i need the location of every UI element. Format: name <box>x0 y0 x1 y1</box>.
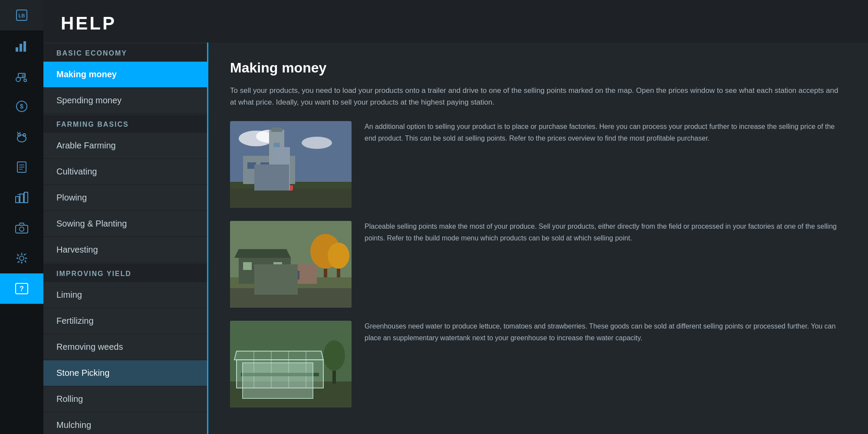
image-greenhouse <box>230 321 352 408</box>
svg-point-13 <box>18 134 20 136</box>
svg-rect-43 <box>273 154 280 162</box>
menu-item-sowing-planting[interactable]: Sowing & Planting <box>43 211 207 237</box>
menu-item-stone-picking[interactable]: Stone Picking <box>43 360 207 386</box>
main-area: HELP BASIC ECONOMY Making money Spending… <box>43 0 868 434</box>
svg-rect-22 <box>20 194 23 203</box>
help-header: HELP <box>43 0 868 43</box>
svg-rect-39 <box>271 128 282 132</box>
svg-rect-40 <box>247 162 256 169</box>
left-panel: BASIC ECONOMY Making money Spending mone… <box>43 43 208 434</box>
sidebar-item-tractor[interactable] <box>0 61 43 91</box>
svg-rect-56 <box>273 262 282 270</box>
svg-rect-41 <box>260 162 269 169</box>
section-basic-economy: BASIC ECONOMY <box>43 43 207 62</box>
sidebar-item-settings[interactable] <box>0 243 43 273</box>
sidebar-item-profile[interactable]: LB <box>0 0 43 30</box>
content-text-factory: An additional option to selling your pro… <box>365 121 846 144</box>
menu-item-liming[interactable]: Liming <box>43 282 207 308</box>
svg-rect-2 <box>16 47 18 52</box>
svg-rect-54 <box>256 269 269 284</box>
svg-rect-27 <box>16 225 28 233</box>
svg-marker-53 <box>234 249 291 258</box>
svg-rect-61 <box>230 381 352 408</box>
svg-rect-58 <box>293 271 299 279</box>
svg-rect-45 <box>282 185 293 191</box>
svg-point-29 <box>20 256 24 260</box>
sidebar: LB $ <box>0 0 43 434</box>
economy-icon: $ <box>14 99 30 114</box>
svg-rect-38 <box>269 130 284 169</box>
content-text-farm: Placeable selling points make the most o… <box>365 221 846 244</box>
menu-item-making-money[interactable]: Making money <box>43 62 207 88</box>
content-intro: To sell your products, you need to load … <box>230 85 846 108</box>
content-block-farm: Placeable selling points make the most o… <box>230 221 846 308</box>
page-title: HELP <box>61 13 851 34</box>
svg-point-14 <box>23 134 26 136</box>
camera-icon <box>14 220 30 236</box>
tractor-icon <box>14 68 30 84</box>
sidebar-item-stats[interactable] <box>0 30 43 61</box>
content-block-factory: An additional option to selling your pro… <box>230 121 846 208</box>
menu-item-harvesting[interactable]: Harvesting <box>43 237 207 263</box>
menu-item-arable-farming[interactable]: Arable Farming <box>43 133 207 159</box>
svg-text:LB: LB <box>19 13 25 18</box>
section-farming-basics: FARMING BASICS <box>43 115 207 133</box>
farm-svg <box>230 221 352 308</box>
svg-rect-55 <box>243 262 252 270</box>
sidebar-item-camera[interactable] <box>0 213 43 243</box>
sidebar-item-production[interactable] <box>0 182 43 213</box>
svg-text:$: $ <box>20 103 23 110</box>
svg-rect-23 <box>24 192 28 203</box>
content-title: Making money <box>230 60 846 76</box>
svg-rect-59 <box>230 288 352 308</box>
svg-text:?: ? <box>20 285 24 293</box>
sidebar-item-economy[interactable]: $ <box>0 91 43 122</box>
stats-icon <box>14 38 30 53</box>
svg-rect-62 <box>237 360 323 388</box>
svg-rect-44 <box>230 188 352 208</box>
svg-rect-57 <box>291 264 317 284</box>
right-panel: Making money To sell your products, you … <box>208 43 868 434</box>
menu-item-mulching[interactable]: Mulching <box>43 412 207 434</box>
svg-rect-68 <box>241 373 319 376</box>
menu-item-plowing[interactable]: Plowing <box>43 185 207 211</box>
svg-marker-63 <box>234 351 323 360</box>
svg-rect-70 <box>332 371 336 384</box>
svg-rect-52 <box>239 258 291 284</box>
svg-line-15 <box>17 132 18 134</box>
image-farm <box>230 221 352 308</box>
sidebar-item-animals[interactable] <box>0 122 43 152</box>
menu-item-fertilizing[interactable]: Fertilizing <box>43 308 207 334</box>
svg-point-69 <box>323 340 345 371</box>
svg-rect-42 <box>273 143 280 151</box>
sidebar-item-contracts[interactable] <box>0 152 43 182</box>
svg-point-28 <box>20 227 24 231</box>
content-block-greenhouse: Greenhouses need water to produce lettuc… <box>230 321 846 408</box>
content-text-greenhouse: Greenhouses need water to produce lettuc… <box>365 321 846 344</box>
menu-item-spending-money[interactable]: Spending money <box>43 88 207 114</box>
content-area: BASIC ECONOMY Making money Spending mone… <box>43 43 868 434</box>
menu-item-cultivating[interactable]: Cultivating <box>43 159 207 185</box>
settings-icon <box>14 250 30 266</box>
section-improving-yield: IMPROVING YIELD <box>43 264 207 282</box>
svg-rect-3 <box>20 44 22 52</box>
help-icon: ? <box>14 281 30 296</box>
svg-point-6 <box>24 79 26 82</box>
profile-icon: LB <box>14 7 30 23</box>
image-factory <box>230 121 352 208</box>
svg-rect-4 <box>23 41 26 52</box>
menu-item-removing-weeds[interactable]: Removing weeds <box>43 334 207 360</box>
production-icon <box>14 190 30 205</box>
svg-rect-9 <box>22 74 25 77</box>
svg-point-35 <box>302 137 332 149</box>
sidebar-item-help[interactable]: ? <box>0 273 43 304</box>
animals-icon <box>14 129 30 145</box>
contracts-icon <box>14 159 30 175</box>
menu-item-rolling[interactable]: Rolling <box>43 386 207 412</box>
factory-svg <box>230 121 352 208</box>
greenhouse-svg <box>230 321 352 408</box>
svg-point-49 <box>328 243 349 269</box>
svg-rect-21 <box>16 197 19 203</box>
